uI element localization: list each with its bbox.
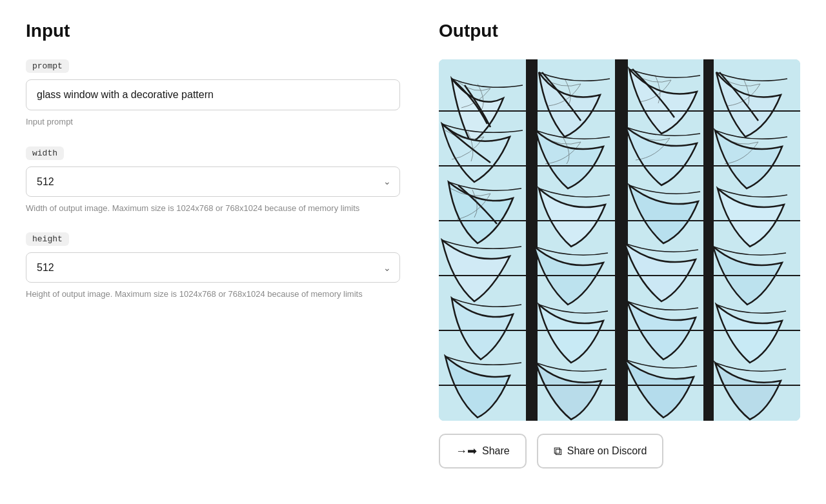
svg-rect-3 bbox=[615, 59, 628, 421]
share-discord-label: Share on Discord bbox=[567, 445, 647, 457]
prompt-label: prompt bbox=[26, 59, 69, 73]
width-select-wrapper: 256 512 768 1024 ⌄ bbox=[26, 166, 400, 197]
output-image bbox=[439, 59, 800, 421]
output-image-container bbox=[439, 59, 800, 421]
prompt-field-group: prompt Input prompt bbox=[26, 59, 400, 128]
prompt-input[interactable] bbox=[26, 79, 400, 110]
svg-rect-4 bbox=[703, 59, 714, 421]
width-select[interactable]: 256 512 768 1024 bbox=[26, 166, 400, 197]
share-button[interactable]: →➡ Share bbox=[439, 434, 527, 469]
height-hint: Height of output image. Maximum size is … bbox=[26, 288, 400, 301]
width-field-group: width 256 512 768 1024 ⌄ Width of output… bbox=[26, 146, 400, 215]
output-panel: Output bbox=[439, 21, 800, 469]
share-discord-button[interactable]: ⧉ Share on Discord bbox=[537, 434, 664, 469]
height-select-wrapper: 256 512 768 1024 ⌄ bbox=[26, 252, 400, 283]
height-label: height bbox=[26, 232, 69, 246]
width-label: width bbox=[26, 146, 64, 160]
height-select[interactable]: 256 512 768 1024 bbox=[26, 252, 400, 283]
output-title: Output bbox=[439, 21, 800, 41]
share-button-label: Share bbox=[482, 445, 510, 457]
input-panel: Input prompt Input prompt width 256 512 … bbox=[26, 21, 400, 469]
share-buttons-container: →➡ Share ⧉ Share on Discord bbox=[439, 434, 800, 469]
height-field-group: height 256 512 768 1024 ⌄ Height of outp… bbox=[26, 232, 400, 301]
share-arrow-icon: →➡ bbox=[456, 444, 477, 458]
discord-icon: ⧉ bbox=[554, 445, 562, 458]
prompt-hint: Input prompt bbox=[26, 116, 400, 128]
width-hint: Width of output image. Maximum size is 1… bbox=[26, 202, 400, 215]
input-title: Input bbox=[26, 21, 400, 41]
svg-rect-2 bbox=[526, 59, 538, 421]
